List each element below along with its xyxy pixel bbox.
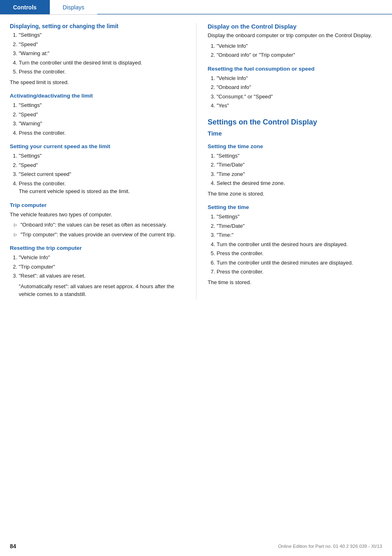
step-6: Turn the controller until the desired mi… bbox=[217, 259, 383, 267]
heading-resetting-trip-computer: Resetting the trip computer bbox=[10, 245, 185, 251]
step-2: "Time/Date" bbox=[217, 222, 383, 230]
step-2: "Onboard info" bbox=[217, 83, 383, 91]
step-1: "Vehicle Info" bbox=[217, 42, 383, 50]
main-content: Displaying, setting or changing the limi… bbox=[0, 15, 392, 325]
step-3: "Time zone" bbox=[217, 170, 383, 178]
steps-display-control: "Vehicle Info" "Onboard info" or "Trip c… bbox=[208, 42, 383, 59]
tab-displays[interactable]: Displays bbox=[50, 0, 98, 14]
step-1: "Settings" bbox=[217, 152, 383, 160]
step-2: "Speed" bbox=[19, 40, 185, 49]
heading-display-control: Display on the Control Display bbox=[208, 23, 383, 30]
right-column: Display on the Control Display Display t… bbox=[208, 23, 383, 300]
step-4: Press the controller. The current vehicl… bbox=[19, 180, 185, 196]
sub-note-current-speed: The current vehicle speed is stored as t… bbox=[19, 187, 185, 196]
steps-resetting-fuel: "Vehicle Info" "Onboard info" "Consumpt.… bbox=[208, 74, 383, 110]
para-display-control: Display the onboard computer or trip com… bbox=[208, 31, 383, 40]
step-4: Turn the controller until the desired ho… bbox=[217, 240, 383, 249]
step-2: "Trip computer" bbox=[19, 263, 185, 271]
heading-setting-time: Setting the time bbox=[208, 204, 383, 210]
tab-controls[interactable]: Controls bbox=[0, 0, 50, 14]
sub-section-timezone: Setting the time zone "Settings" "Time/D… bbox=[208, 143, 383, 198]
step-3: "Select current speed" bbox=[19, 170, 185, 178]
page-number: 84 bbox=[10, 543, 16, 549]
step-4: Select the desired time zone. bbox=[217, 179, 383, 187]
bullets-trip-computer: "Onboard info": the values can be reset … bbox=[10, 221, 185, 238]
section-setting-current-speed: Setting your current speed as the limit … bbox=[10, 143, 185, 196]
section-resetting-trip-computer: Resetting the trip computer "Vehicle Inf… bbox=[10, 245, 185, 298]
footer: 84 Online Edition for Part no. 01 40 2 9… bbox=[0, 543, 392, 549]
step-3: "Warning" bbox=[19, 120, 185, 128]
step-3: "Reset": all values are reset. bbox=[19, 272, 185, 280]
step-5: Press the controller. bbox=[217, 249, 383, 258]
step-2: "Onboard info" or "Trip computer" bbox=[217, 51, 383, 59]
steps-displaying-setting: "Settings" "Speed" "Warning at:" Turn th… bbox=[10, 31, 185, 76]
steps-resetting-trip-computer: "Vehicle Info" "Trip computer" "Reset": … bbox=[10, 254, 185, 280]
sub-note-resetting: "Automatically reset": all values are re… bbox=[19, 282, 185, 298]
step-2: "Speed" bbox=[19, 161, 185, 169]
step-2: "Time/Date" bbox=[217, 161, 383, 169]
sub-section-time: Setting the time "Settings" "Time/Date" … bbox=[208, 204, 383, 286]
step-4: Turn the controller until the desired li… bbox=[19, 59, 185, 67]
bullet-1: "Onboard info": the values can be reset … bbox=[14, 221, 185, 229]
step-5: Press the controller. bbox=[19, 68, 185, 76]
section-display-control: Display on the Control Display Display t… bbox=[208, 23, 383, 59]
steps-setting-time: "Settings" "Time/Date" "Time:" Turn the … bbox=[208, 213, 383, 276]
steps-activating-deactivating: "Settings" "Speed" "Warning" Press the c… bbox=[10, 101, 185, 137]
step-4: Press the controller. bbox=[19, 129, 185, 137]
edition-info: Online Edition for Part no. 01 40 2 926 … bbox=[278, 544, 382, 549]
heading-time: Time bbox=[208, 130, 383, 137]
heading-activating-deactivating: Activating/deactivating the limit bbox=[10, 93, 185, 99]
top-navigation: Controls Displays bbox=[0, 0, 392, 15]
heading-settings-control-display: Settings on the Control Display bbox=[208, 118, 383, 127]
heading-trip-computer: Trip computer bbox=[10, 202, 185, 208]
step-3: "Warning at:" bbox=[19, 49, 185, 58]
heading-resetting-fuel: Resetting the fuel consumption or speed bbox=[208, 66, 383, 72]
column-divider bbox=[196, 23, 196, 300]
section-trip-computer: Trip computer The vehicle features two t… bbox=[10, 202, 185, 239]
heading-setting-timezone: Setting the time zone bbox=[208, 143, 383, 149]
step-1: "Vehicle Info" bbox=[217, 74, 383, 82]
section-activating-deactivating: Activating/deactivating the limit "Setti… bbox=[10, 93, 185, 137]
step-2: "Speed" bbox=[19, 111, 185, 119]
step-1: "Settings" bbox=[19, 31, 185, 39]
step-1: "Settings" bbox=[19, 152, 185, 160]
heading-setting-current-speed: Setting your current speed as the limit bbox=[10, 143, 185, 149]
step-3: "Time:" bbox=[217, 231, 383, 239]
para-trip-computer: The vehicle features two types of comput… bbox=[10, 211, 185, 219]
bullet-2: "Trip computer": the values provide an o… bbox=[14, 231, 185, 239]
steps-timezone: "Settings" "Time/Date" "Time zone" Selec… bbox=[208, 152, 383, 187]
step-1: "Settings" bbox=[19, 101, 185, 109]
step-4: "Yes" bbox=[217, 102, 383, 110]
step-7: Press the controller. bbox=[217, 268, 383, 276]
step-3: "Consumpt." or "Speed" bbox=[217, 93, 383, 101]
step-1: "Vehicle Info" bbox=[19, 254, 185, 262]
heading-displaying-setting: Displaying, setting or changing the limi… bbox=[10, 23, 185, 29]
section-displaying-setting: Displaying, setting or changing the limi… bbox=[10, 23, 185, 86]
section-settings-control-display: Settings on the Control Display Time Set… bbox=[208, 118, 383, 287]
steps-setting-current-speed: "Settings" "Speed" "Select current speed… bbox=[10, 152, 185, 196]
step-1: "Settings" bbox=[217, 213, 383, 221]
note-timezone: The time zone is stored. bbox=[208, 190, 383, 198]
section-resetting-fuel: Resetting the fuel consumption or speed … bbox=[208, 66, 383, 110]
left-column: Displaying, setting or changing the limi… bbox=[10, 23, 185, 300]
note-time-stored: The time is stored. bbox=[208, 278, 383, 287]
note-speed-limit: The speed limit is stored. bbox=[10, 78, 185, 87]
